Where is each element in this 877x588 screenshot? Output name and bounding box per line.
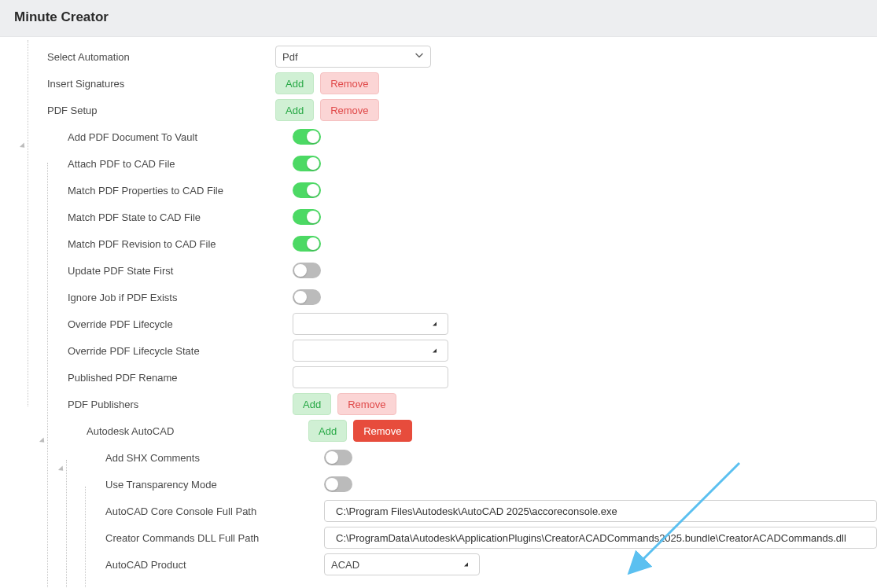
- row-pdf-publishers: PDF Publishers Add Remove: [16, 391, 877, 417]
- row-autodesk-autocad: Autodesk AutoCAD Add Remove: [16, 417, 877, 444]
- label-ignore-if-exists: Ignore Job if PDF Exists: [16, 292, 275, 303]
- label-commands-dll-path: Creator Commands DLL Full Path: [16, 532, 307, 544]
- label-override-lifecycle-state: Override PDF Lifecycle State: [16, 345, 275, 357]
- toggle-attach-pdf-cad[interactable]: [293, 156, 321, 171]
- label-add-pdf-vault: Add PDF Document To Vault: [16, 131, 275, 143]
- label-core-console-path: AutoCAD Core Console Full Path: [16, 505, 307, 517]
- label-autodesk-autocad: Autodesk AutoCAD: [16, 425, 275, 437]
- row-use-transparency: Use Transparency Mode: [16, 471, 877, 498]
- label-attach-pdf-cad: Attach PDF to CAD File: [16, 158, 275, 170]
- add-button[interactable]: Add: [275, 99, 314, 121]
- select-automation-dropdown[interactable]: Pdf: [275, 46, 431, 68]
- row-update-state-first: Update PDF State First: [16, 257, 877, 284]
- row-published-rename: Published PDF Rename: [16, 364, 877, 391]
- override-lifecycle-picker[interactable]: [293, 313, 448, 335]
- picker-icon: [433, 322, 437, 326]
- remove-button[interactable]: Remove: [320, 99, 378, 121]
- label-match-revision: Match PDF Revision to CAD File: [16, 238, 275, 250]
- label-select-automation: Select Automation: [16, 51, 275, 63]
- label-match-props: Match PDF Properties to CAD File: [16, 185, 275, 197]
- remove-button[interactable]: Remove: [337, 393, 396, 415]
- row-core-console-path: AutoCAD Core Console Full Path: [16, 498, 877, 524]
- autocad-product-value: ACAD: [331, 559, 359, 571]
- label-pdf-setup: PDF Setup: [16, 105, 275, 116]
- row-commands-dll-path: Creator Commands DLL Full Path: [16, 524, 877, 551]
- row-match-props: Match PDF Properties to CAD File: [16, 177, 877, 204]
- page-title: Minute Creator: [14, 9, 863, 25]
- row-add-shx: Add SHX Comments: [16, 444, 877, 471]
- toggle-add-shx[interactable]: [324, 450, 352, 465]
- row-override-lifecycle-state: Override PDF Lifecycle State: [16, 337, 877, 364]
- label-use-transparency: Use Transparency Mode: [16, 479, 275, 491]
- label-published-rename: Published PDF Rename: [16, 372, 275, 384]
- autocad-product-picker[interactable]: ACAD: [324, 553, 480, 575]
- toggle-add-pdf-vault[interactable]: [293, 129, 321, 145]
- commands-dll-path-input[interactable]: [324, 527, 877, 549]
- remove-button[interactable]: Remove: [320, 72, 378, 94]
- select-automation-value: Pdf: [282, 51, 298, 63]
- row-add-pdf-vault: Add PDF Document To Vault: [16, 123, 877, 150]
- row-override-lifecycle: Override PDF Lifecycle: [16, 311, 877, 337]
- picker-icon: [433, 349, 437, 353]
- label-insert-signatures: Insert Signatures: [16, 78, 275, 90]
- label-override-lifecycle: Override PDF Lifecycle: [16, 318, 275, 330]
- row-ignore-if-exists: Ignore Job if PDF Exists: [16, 284, 877, 311]
- row-match-revision: Match PDF Revision to CAD File: [16, 230, 877, 257]
- toggle-ignore-if-exists[interactable]: [293, 289, 321, 305]
- row-match-state: Match PDF State to CAD File: [16, 204, 877, 230]
- remove-button[interactable]: Remove: [353, 420, 411, 442]
- add-button[interactable]: Add: [275, 72, 314, 94]
- core-console-path-input[interactable]: [324, 500, 877, 522]
- app-header: Minute Creator: [0, 0, 877, 37]
- row-pdf-setup: PDF Setup Add Remove: [16, 97, 877, 123]
- published-rename-input[interactable]: [293, 366, 448, 388]
- row-select-automation: Select Automation Pdf: [16, 43, 877, 70]
- picker-icon: [464, 563, 468, 567]
- toggle-use-transparency[interactable]: [324, 476, 352, 492]
- add-button[interactable]: Add: [293, 393, 331, 415]
- toggle-update-state-first[interactable]: [293, 263, 321, 278]
- override-lifecycle-state-picker[interactable]: [293, 340, 448, 362]
- toggle-match-props[interactable]: [293, 182, 321, 198]
- label-match-state: Match PDF State to CAD File: [16, 211, 275, 223]
- label-pdf-publishers: PDF Publishers: [16, 399, 275, 410]
- row-autocad-product: AutoCAD Product ACAD: [16, 551, 877, 578]
- settings-tree: Select Automation Pdf Insert Signatures …: [0, 37, 877, 588]
- label-autocad-product: AutoCAD Product: [16, 559, 307, 571]
- row-attach-pdf-cad: Attach PDF to CAD File: [16, 150, 877, 177]
- add-button[interactable]: Add: [308, 420, 347, 442]
- toggle-match-revision[interactable]: [293, 236, 321, 252]
- chevron-down-icon: [415, 51, 424, 63]
- toggle-match-state[interactable]: [293, 209, 321, 225]
- label-add-shx: Add SHX Comments: [16, 452, 275, 464]
- row-insert-signatures: Insert Signatures Add Remove: [16, 70, 877, 97]
- label-update-state-first: Update PDF State First: [16, 265, 275, 277]
